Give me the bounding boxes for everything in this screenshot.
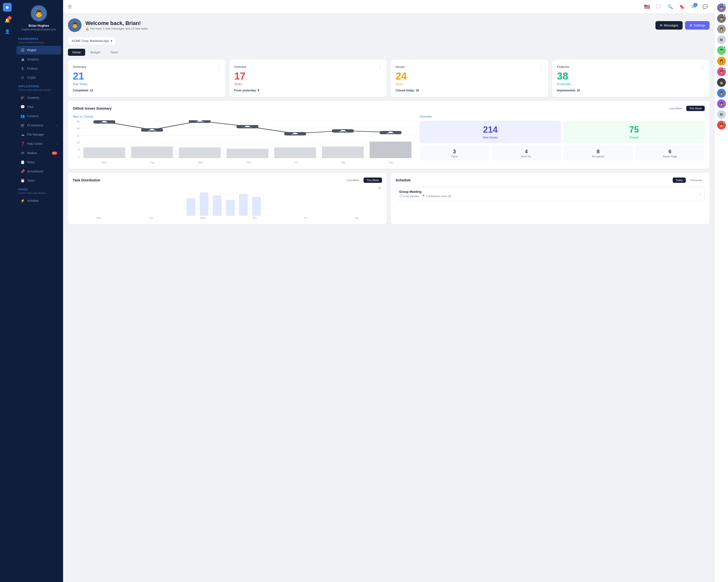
rp-avatar-3[interactable]: M (717, 35, 726, 44)
topbar-chat-icon[interactable]: 💬 (701, 2, 709, 11)
sidebar-item-label: Contacts (27, 114, 38, 118)
welcome-bar: 👨 Welcome back, Brian! 🔔 You have 2 new … (68, 19, 709, 32)
svg-point-27 (101, 121, 108, 123)
sidebar-item-scrumboard[interactable]: 📌 Scrumboard (17, 167, 61, 176)
task-this-week-btn[interactable]: This Week (364, 177, 382, 183)
help-center-icon: ❓ (20, 142, 25, 146)
rp-avatar-1[interactable]: 👨 (717, 14, 726, 23)
settings-button[interactable]: ⚙ Settings (685, 21, 709, 30)
welcome-title: Welcome back, Brian! (85, 20, 148, 26)
github-inner: New vs. Closed (73, 115, 705, 164)
rp-avatar-10[interactable]: M (717, 110, 726, 119)
notifications-icon[interactable]: 🔔 3 (2, 16, 12, 25)
cart-icon[interactable]: 🛍 5 (689, 2, 698, 11)
project-selector[interactable]: ACME Corp. Backend App ▾ (68, 37, 116, 45)
new-issues-label: New Issues (483, 136, 498, 139)
app-logo[interactable]: ◆ (3, 3, 11, 11)
fixed-number: 3 (453, 148, 456, 155)
project-icon: ☑ (20, 48, 25, 52)
project-name: ACME Corp. Backend App (72, 39, 109, 43)
sidebar-item-finance[interactable]: $ Finance (17, 64, 61, 73)
tomorrow-button[interactable]: Tomorrow (687, 177, 705, 183)
sidebar: 👨 Brian Hughes hughes.brian@company.com … (15, 0, 63, 582)
notifications-badge: 3 (8, 16, 11, 20)
topbar: ☰ 🇺🇸 ⛶ 🔍 🔖 🛍 5 💬 (63, 0, 714, 13)
issues-menu-icon[interactable]: ⋮ (540, 64, 543, 69)
bookmark-icon[interactable]: 🔖 (678, 2, 686, 11)
rp-avatar-4[interactable]: 👨 (717, 46, 726, 55)
sidebar-item-contacts[interactable]: 👥 Contacts (17, 112, 61, 120)
sidebar-item-tasks[interactable]: ⏰ Tasks (17, 176, 61, 185)
features-menu-icon[interactable]: ⋮ (701, 64, 705, 69)
github-this-week-btn[interactable]: This Week (686, 106, 705, 111)
sidebar-item-help-center[interactable]: ❓ Help Center › (17, 139, 61, 148)
sidebar-item-project[interactable]: ☑ Project (17, 46, 61, 55)
today-button[interactable]: Today (673, 177, 685, 183)
rp-avatar-5[interactable]: 👩 (717, 57, 726, 65)
sidebar-item-label: Scrumboard (27, 170, 43, 173)
sidebar-item-file-manager[interactable]: ☁ File Manager (17, 130, 61, 139)
rp-avatar-6[interactable]: 👩 (717, 67, 726, 76)
sidebar-item-label: Chat (27, 105, 33, 109)
rp-avatar-9[interactable]: 👩 (717, 100, 726, 108)
sidebar-item-label: Academy (27, 96, 39, 100)
sidebar-item-chat[interactable]: 💬 Chat (17, 103, 61, 111)
task-distribution-card: Task Distribution Last Week This Week 40 (68, 173, 387, 224)
sidebar-item-label: Crypto (27, 76, 36, 79)
welcome-actions: ✉ Messages ⚙ Settings (655, 21, 709, 30)
task-bar-chart: 40 (73, 187, 382, 216)
sidebar-item-analytics[interactable]: ◕ Analytics (17, 55, 61, 64)
task-last-week-btn[interactable]: Last Week (344, 177, 362, 183)
issues-card: Issues ⋮ 24 Open Closed today: 19 (391, 60, 548, 97)
chevron-right-icon: › (56, 142, 57, 145)
rp-avatar-7[interactable]: 👨 (717, 78, 726, 87)
tab-budget[interactable]: Budget (86, 49, 105, 56)
meeting-details: Group Meeting 🕐 in 32 minutes 📍 Conferen… (399, 190, 451, 198)
bottom-row: Task Distribution Last Week This Week 40 (68, 173, 709, 224)
user-profile-icon[interactable]: 👤 (2, 27, 12, 36)
rp-avatar-2[interactable]: 👩 (717, 25, 726, 33)
svg-rect-42 (226, 200, 235, 216)
messages-button[interactable]: ✉ Messages (655, 21, 683, 30)
stats-row: Summary ⋮ 21 Due Tasks Completed: 13 Ove… (68, 60, 709, 97)
github-title: Github Issues Summary (73, 107, 112, 110)
sidebar-item-activities[interactable]: ⚡ Activities (17, 196, 61, 205)
github-issues-card: Github Issues Summary Last Week This Wee… (68, 101, 709, 169)
search-icon[interactable]: 🔍 (666, 2, 675, 11)
tab-team[interactable]: Team (106, 49, 122, 56)
svg-rect-41 (213, 195, 222, 216)
summary-menu-icon[interactable]: ⋮ (217, 64, 220, 69)
needs-triage-stat: 6 Needs Triage (635, 145, 705, 161)
meeting-chevron-icon[interactable]: › (700, 192, 701, 196)
schedule-toggle: Today Tomorrow (673, 177, 705, 183)
overdue-menu-icon[interactable]: ⋮ (378, 64, 382, 69)
fullscreen-icon[interactable]: ⛶ (654, 2, 663, 11)
sidebar-item-label: Help Center (27, 142, 43, 145)
fixed-stat: 3 Fixed (420, 145, 489, 161)
file-manager-icon: ☁ (20, 132, 25, 137)
mailbox-icon: ✉ (20, 151, 25, 155)
github-week-toggle: Last Week This Week (666, 106, 705, 111)
hamburger-menu-button[interactable]: ☰ (68, 4, 72, 9)
rp-avatar-0[interactable]: 👨 (717, 3, 726, 12)
github-last-week-btn[interactable]: Last Week (666, 106, 685, 111)
sidebar-item-ecommerce[interactable]: 🛒 ECommerce › (17, 121, 61, 130)
sidebar-item-crypto[interactable]: ⊙ Crypto (17, 73, 61, 82)
sidebar-item-label: File Manager (27, 133, 44, 136)
applications-section-sub: Custom made application designs (15, 89, 63, 93)
sidebar-item-label: Project (27, 49, 36, 52)
rp-avatar-11[interactable]: 👨 (717, 121, 726, 130)
sidebar-item-label: Finance (27, 67, 37, 70)
location-icon: 📍 (422, 194, 425, 198)
sidebar-item-academy[interactable]: 🎓 Academy (17, 93, 61, 102)
svg-point-32 (339, 130, 346, 132)
task-distribution-header: Task Distribution Last Week This Week (73, 177, 382, 183)
tab-home[interactable]: Home (68, 49, 85, 56)
svg-rect-12 (370, 142, 411, 158)
sidebar-item-notes[interactable]: 📋 Notes (17, 158, 61, 167)
rp-avatar-8[interactable]: 👩 (717, 89, 726, 98)
flag-icon[interactable]: 🇺🇸 (643, 2, 651, 11)
github-top-stats: 214 New Issues 75 Closed (420, 121, 705, 143)
sidebar-item-mailbox[interactable]: ✉ Mailbox 27 (17, 149, 61, 157)
contacts-icon: 👥 (20, 114, 25, 118)
